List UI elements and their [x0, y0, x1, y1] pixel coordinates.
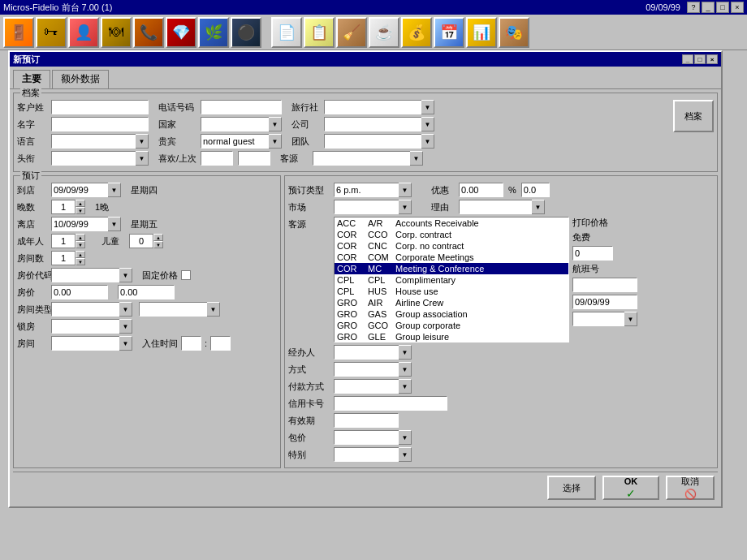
nights-input[interactable]	[51, 200, 76, 214]
maximize-button[interactable]: □	[716, 2, 729, 13]
room-rate-input[interactable]	[51, 268, 119, 282]
room-type-input2[interactable]	[139, 302, 207, 317]
list-item[interactable]: CORCCOCorp. contract	[335, 229, 568, 240]
fixed-rate-checkbox[interactable]	[181, 270, 191, 280]
dialog-min-btn[interactable]: _	[682, 54, 693, 64]
coins-toolbar-btn[interactable]: 💰	[401, 17, 432, 48]
list-item[interactable]: GROGLEGroup leisure	[335, 331, 568, 342]
guest-type-input[interactable]	[201, 134, 269, 149]
checkout-date-input[interactable]	[51, 217, 108, 231]
room-type-dropdown2[interactable]: ▼	[207, 302, 220, 317]
checkin-time-input[interactable]	[181, 336, 201, 351]
rooms-up-btn[interactable]: ▲	[76, 251, 85, 258]
package-dropdown[interactable]: ▼	[399, 430, 412, 445]
rooms-down-btn[interactable]: ▼	[76, 258, 85, 265]
company-input[interactable]	[324, 117, 421, 131]
name-input[interactable]	[51, 117, 149, 131]
salutation-dropdown[interactable]: ▼	[136, 151, 149, 166]
diamond-toolbar-btn[interactable]: 💎	[166, 17, 196, 48]
guest-type-dropdown[interactable]: ▼	[269, 134, 282, 149]
room-type-input[interactable]	[51, 302, 119, 317]
dialog-max-btn[interactable]: □	[694, 54, 706, 64]
language-input[interactable]	[51, 134, 136, 149]
list-item[interactable]: GROAIRAirline Crew	[335, 297, 568, 308]
source-listbox[interactable]: ACCA/RAccounts Receivable CORCCOCorp. co…	[334, 217, 569, 342]
cup-toolbar-btn[interactable]: ☕	[369, 17, 399, 48]
list-item[interactable]: CPLHUSHouse use	[335, 286, 568, 297]
checkin-time-input2[interactable]	[210, 336, 231, 351]
checkout-date-dropdown[interactable]: ▼	[108, 217, 121, 231]
free-input[interactable]	[572, 246, 613, 261]
help-button[interactable]: ?	[687, 2, 700, 13]
preference-input2[interactable]	[238, 151, 270, 166]
method-dropdown[interactable]: ▼	[399, 362, 412, 377]
salutation-input[interactable]	[51, 151, 136, 166]
lock-input[interactable]	[51, 319, 119, 334]
payment-dropdown[interactable]: ▼	[399, 379, 412, 394]
list-item[interactable]: GROGCOGroup corporate	[335, 320, 568, 331]
cancel-button[interactable]: 取消 🚫	[666, 476, 715, 500]
team-input[interactable]	[324, 134, 421, 149]
mask-toolbar-btn[interactable]: 🎭	[499, 17, 529, 48]
room-dropdown[interactable]: ▼	[119, 336, 132, 351]
list-item[interactable]: CORCOMCorporate Meetings	[335, 252, 568, 263]
circle-toolbar-btn[interactable]: ⚫	[231, 17, 261, 48]
language-dropdown[interactable]: ▼	[136, 134, 149, 149]
adults-up-btn[interactable]: ▲	[76, 234, 85, 241]
adults-input[interactable]	[51, 234, 76, 248]
notepad-toolbar-btn[interactable]: 📋	[304, 17, 335, 48]
reason-dropdown[interactable]: ▼	[532, 200, 545, 214]
travel-agency-dropdown[interactable]: ▼	[421, 100, 434, 114]
special-input[interactable]	[334, 447, 399, 462]
minimize-button[interactable]: _	[702, 2, 715, 13]
doc-toolbar-btn[interactable]: 📄	[271, 17, 302, 48]
agent-dropdown[interactable]: ▼	[399, 345, 412, 360]
country-input[interactable]	[201, 117, 269, 131]
person-toolbar-btn[interactable]: 👤	[68, 17, 99, 48]
broom-toolbar-btn[interactable]: 🧹	[336, 17, 367, 48]
ok-button[interactable]: OK ✓	[602, 476, 659, 500]
children-input[interactable]	[129, 234, 153, 248]
preference-input[interactable]	[201, 151, 233, 166]
tab-extra[interactable]: 额外数据	[52, 70, 109, 88]
company-dropdown[interactable]: ▼	[421, 117, 434, 131]
date-dropdown-btn[interactable]: ▼	[624, 312, 637, 326]
booking-type-input[interactable]	[334, 183, 399, 197]
credit-card-input[interactable]	[334, 396, 447, 411]
room-input[interactable]	[51, 336, 119, 351]
rooms-input[interactable]	[51, 251, 76, 265]
phone-input[interactable]	[201, 100, 282, 114]
booking-type-dropdown[interactable]: ▼	[399, 183, 412, 197]
special-dropdown[interactable]: ▼	[399, 447, 412, 462]
exit-toolbar-btn[interactable]: 🚪	[3, 17, 34, 48]
archive-button[interactable]: 档案	[673, 100, 714, 132]
select-button[interactable]: 选择	[547, 476, 596, 500]
payment-input[interactable]	[334, 379, 399, 394]
close-app-button[interactable]: ×	[731, 2, 744, 13]
children-down-btn[interactable]: ▼	[153, 241, 163, 248]
country-dropdown[interactable]: ▼	[269, 117, 282, 131]
list-item[interactable]: ACCA/RAccounts Receivable	[335, 218, 568, 229]
tab-main[interactable]: 主要	[13, 70, 50, 88]
agent-input[interactable]	[334, 345, 399, 360]
checkin-date-dropdown[interactable]: ▼	[108, 183, 121, 197]
market-input[interactable]	[334, 200, 399, 214]
method-input[interactable]	[334, 362, 399, 377]
source-input[interactable]	[313, 151, 410, 166]
reason-input[interactable]	[459, 200, 532, 214]
date-dropdown-input[interactable]	[572, 312, 624, 326]
list-item-selected[interactable]: CORMCMeeting & Conference	[335, 263, 568, 274]
list-item[interactable]: CPLCPLComplimentary	[335, 274, 568, 286]
adults-down-btn[interactable]: ▼	[76, 241, 85, 248]
travel-agency-input[interactable]	[324, 100, 421, 114]
checkin-date-input[interactable]	[51, 183, 108, 197]
package-input[interactable]	[334, 430, 399, 445]
plant-toolbar-btn[interactable]: 🌿	[198, 17, 229, 48]
nights-up-btn[interactable]: ▲	[76, 200, 85, 207]
food-toolbar-btn[interactable]: 🍽	[101, 17, 132, 48]
team-dropdown[interactable]: ▼	[421, 134, 434, 149]
chart-toolbar-btn[interactable]: 📊	[466, 17, 497, 48]
expiry-input[interactable]	[334, 413, 399, 428]
room-rate-dropdown[interactable]: ▼	[119, 268, 132, 282]
dialog-close-btn[interactable]: ×	[706, 54, 718, 64]
